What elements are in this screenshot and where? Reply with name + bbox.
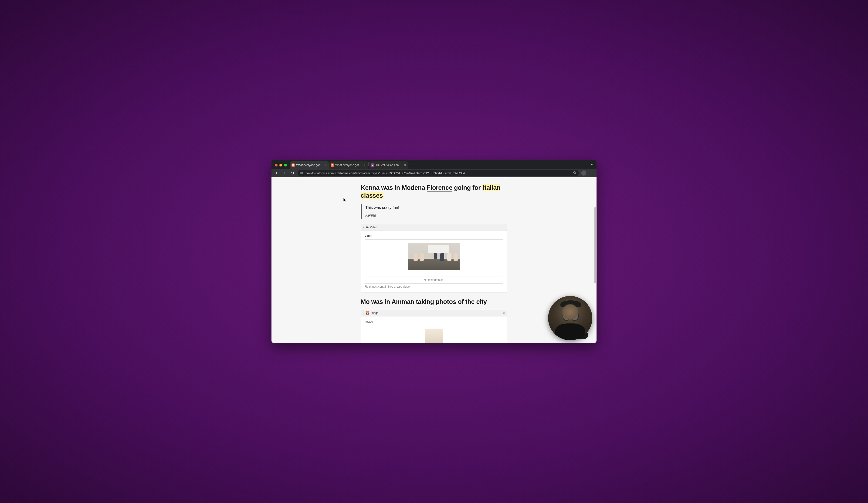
block-header[interactable]: ▾ 🌄 Image ×: [361, 310, 507, 317]
tab-favicon-icon: ●: [371, 163, 374, 167]
browser-menu-button[interactable]: [589, 170, 594, 176]
presenter-webcam: [548, 296, 592, 340]
window-close-button[interactable]: [275, 164, 278, 166]
tab[interactable]: ● 13 Best Italian Language Sch ×: [369, 161, 408, 169]
heading-text-pre: Kenna was in: [361, 184, 402, 191]
tab-favicon-icon: D: [331, 163, 334, 167]
metadata-status: No metadata set: [365, 276, 503, 284]
tab-strip: D What everyone got up to this × D What …: [271, 160, 597, 169]
new-tab-button[interactable]: ＋: [410, 162, 416, 168]
heading-kenna[interactable]: Kenna was in Modena Florence going for I…: [361, 184, 507, 200]
tab-active[interactable]: D What everyone got up to this ×: [290, 161, 329, 169]
back-button[interactable]: [274, 170, 279, 176]
reload-button[interactable]: [290, 170, 295, 176]
svg-rect-0: [300, 172, 301, 173]
video-block-partial: No metadata set Field must contain files…: [361, 177, 507, 178]
tab-divider: [368, 162, 369, 166]
image-block: ▾ 🌄 Image × Image: [361, 310, 507, 343]
tabs: D What everyone got up to this × D What …: [290, 160, 416, 169]
block-header-icon: 📽: [366, 226, 369, 229]
block-header-icon: 🌄: [366, 311, 369, 315]
heading-strike: Modena: [402, 184, 425, 191]
image-media-box[interactable]: [365, 325, 503, 343]
site-info-icon[interactable]: [300, 171, 303, 175]
browser-window: D What everyone got up to this × D What …: [271, 160, 597, 343]
field-label: Image: [365, 320, 503, 323]
window-minimize-button[interactable]: [279, 164, 282, 166]
collapse-toggle-icon[interactable]: ▾: [363, 312, 364, 314]
image-thumbnail[interactable]: [425, 329, 443, 343]
tabs-dropdown-button[interactable]: [590, 162, 594, 167]
block-remove-button[interactable]: ×: [503, 226, 505, 229]
tab-title: 13 Best Italian Language Sch: [375, 163, 403, 167]
heading-text-mid: going for: [452, 184, 483, 191]
svg-rect-1: [300, 173, 301, 174]
block-remove-button[interactable]: ×: [503, 311, 505, 315]
url-text: how-to-datocms.admin.datocms.com/editor/…: [306, 171, 571, 175]
window-maximize-button[interactable]: [284, 164, 287, 166]
block-header-label: Video: [370, 226, 377, 229]
metadata-text: No metadata set: [424, 278, 444, 281]
extension-icon[interactable]: [581, 171, 586, 176]
page-content: No metadata set Field must contain files…: [271, 177, 597, 343]
url-bar[interactable]: how-to-datocms.admin.datocms.com/editor/…: [298, 170, 579, 176]
tab-close-button[interactable]: ×: [363, 163, 366, 167]
tab-close-button[interactable]: ×: [324, 163, 327, 167]
address-bar: how-to-datocms.admin.datocms.com/editor/…: [271, 169, 597, 177]
svg-point-5: [591, 173, 592, 173]
window-controls: [274, 164, 289, 169]
field-hint: Field must contain files of type video: [365, 285, 503, 288]
tab-title: What everyone got up to this: [296, 163, 323, 167]
svg-point-6: [591, 174, 592, 174]
bookmark-star-icon[interactable]: [573, 171, 577, 175]
editor-column: No metadata set Field must contain files…: [361, 177, 507, 343]
tab-title: What everyone got up to thi: [335, 163, 362, 167]
forward-button[interactable]: [282, 170, 287, 176]
svg-point-4: [591, 172, 592, 172]
field-label: Video: [365, 234, 503, 237]
quote-citation: Kenna: [365, 213, 507, 217]
block-header-label: Image: [371, 311, 378, 315]
quote-text: This was crazy fun!: [365, 205, 507, 210]
collapse-toggle-icon[interactable]: ▾: [363, 226, 364, 229]
blockquote[interactable]: This was crazy fun! Kenna: [361, 204, 507, 219]
tab-favicon-icon: D: [291, 163, 295, 167]
scroll-thumb[interactable]: [595, 207, 596, 284]
heading-link[interactable]: Florence: [427, 184, 452, 192]
scrollbar[interactable]: [595, 177, 596, 343]
heading-mo[interactable]: Mo was in Amman taking photos of the cit…: [361, 298, 507, 306]
video-thumbnail[interactable]: [409, 243, 459, 270]
block-header[interactable]: ▾ 📽 Video ×: [361, 224, 507, 231]
tab-close-button[interactable]: ×: [404, 163, 406, 167]
video-media-box[interactable]: [365, 239, 503, 274]
tab[interactable]: D What everyone got up to thi ×: [329, 161, 368, 169]
video-block: ▾ 📽 Video × Video: [361, 224, 507, 293]
